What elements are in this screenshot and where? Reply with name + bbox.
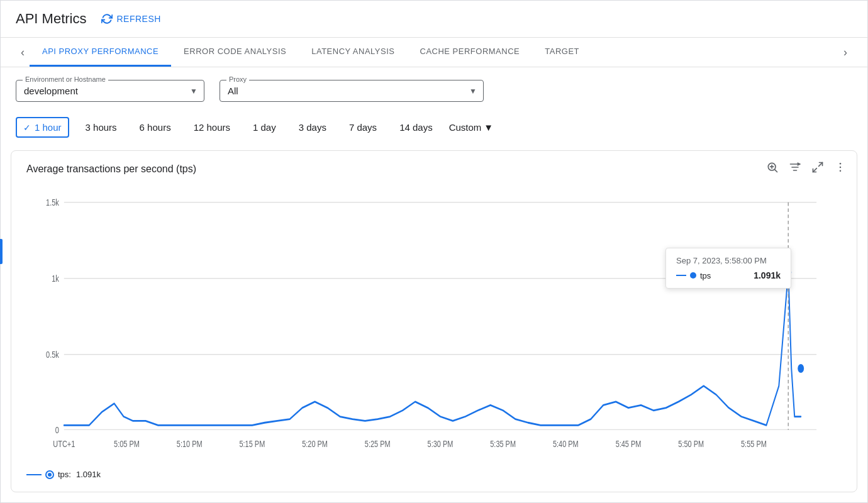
time-14days-button[interactable]: 14 days — [393, 118, 439, 136]
time-custom-button[interactable]: Custom ▼ — [449, 122, 494, 133]
refresh-label: REFRESH — [116, 14, 160, 24]
time-3hours-label: 3 hours — [86, 122, 117, 133]
time-custom-label: Custom — [449, 122, 482, 133]
header: API Metrics REFRESH — [1, 1, 867, 38]
check-icon: ✓ — [23, 123, 31, 133]
time-7days-label: 7 days — [349, 122, 377, 133]
time-14days-label: 14 days — [399, 122, 433, 133]
more-vert-icon[interactable] — [834, 161, 847, 174]
legend-metric: tps: — [58, 470, 71, 479]
time-3days-label: 3 days — [299, 122, 326, 133]
time-12hours-label: 12 hours — [194, 122, 230, 133]
svg-text:5:15 PM: 5:15 PM — [239, 438, 265, 449]
time-3days-button[interactable]: 3 days — [292, 118, 333, 136]
svg-point-11 — [840, 170, 842, 172]
svg-text:5:35 PM: 5:35 PM — [490, 438, 516, 449]
svg-text:5:10 PM: 5:10 PM — [177, 438, 203, 449]
time-1day-label: 1 day — [253, 122, 276, 133]
chart-dot-end — [798, 364, 804, 373]
tabs-next-button[interactable]: › — [838, 43, 852, 62]
time-6hours-button[interactable]: 6 hours — [133, 118, 177, 136]
svg-text:5:25 PM: 5:25 PM — [365, 438, 391, 449]
time-range-section: ✓ 1 hour 3 hours 6 hours 12 hours 1 day … — [1, 114, 867, 150]
proxy-select[interactable]: Proxy All ▼ — [220, 80, 484, 102]
environment-select[interactable]: Environment or Hostname development ▼ — [16, 80, 204, 102]
tabs-bar: ‹ API PROXY PERFORMANCE ERROR CODE ANALY… — [1, 38, 867, 67]
svg-point-9 — [840, 163, 842, 165]
svg-text:5:20 PM: 5:20 PM — [302, 438, 328, 449]
proxy-label: Proxy — [226, 75, 249, 83]
chart-area: 1.5k 1k 0.5k 0 UTC+1 5:05 PM 5:10 PM — [26, 185, 842, 465]
tab-cache-performance[interactable]: CACHE PERFORMANCE — [408, 38, 533, 67]
svg-line-7 — [819, 163, 823, 167]
legend-line-icon — [26, 474, 42, 475]
proxy-arrow-icon: ▼ — [469, 87, 477, 96]
svg-text:UTC+1: UTC+1 — [53, 438, 75, 449]
environment-arrow-icon: ▼ — [190, 87, 198, 96]
svg-text:5:05 PM: 5:05 PM — [114, 438, 140, 449]
svg-text:5:30 PM: 5:30 PM — [428, 438, 453, 449]
legend-dot-icon — [47, 472, 53, 478]
time-12hours-button[interactable]: 12 hours — [187, 118, 236, 136]
chart-legend: tps: 1.091k — [26, 470, 842, 479]
svg-text:1.5k: 1.5k — [46, 197, 59, 208]
proxy-value: All — [228, 86, 253, 96]
tab-error-code-analysis[interactable]: ERROR CODE ANALYSIS — [171, 38, 299, 67]
chart-line — [64, 272, 801, 425]
custom-arrow-icon: ▼ — [484, 122, 493, 133]
search-zoom-icon[interactable] — [766, 161, 779, 174]
chart-svg: 1.5k 1k 0.5k 0 UTC+1 5:05 PM 5:10 PM — [26, 185, 842, 465]
time-7days-button[interactable]: 7 days — [343, 118, 383, 136]
page-title: API Metrics — [16, 11, 86, 27]
svg-text:1k: 1k — [52, 274, 59, 284]
svg-point-10 — [840, 167, 842, 169]
svg-text:5:45 PM: 5:45 PM — [616, 438, 642, 449]
svg-line-1 — [775, 170, 777, 172]
fullscreen-icon[interactable] — [811, 161, 824, 174]
svg-text:0: 0 — [55, 424, 59, 435]
filter-lines-icon[interactable] — [789, 161, 801, 174]
environment-value: development — [24, 86, 93, 96]
svg-text:5:55 PM: 5:55 PM — [741, 438, 767, 449]
time-3hours-button[interactable]: 3 hours — [79, 118, 123, 136]
chart-dot-tooltip — [785, 268, 791, 277]
svg-text:0.5k: 0.5k — [46, 350, 59, 360]
tabs-list: API PROXY PERFORMANCE ERROR CODE ANALYSI… — [30, 38, 838, 67]
environment-label: Environment or Hostname — [23, 75, 108, 83]
tabs-prev-button[interactable]: ‹ — [16, 43, 30, 62]
chart-title: Average transactions per second (tps) — [26, 163, 842, 175]
svg-line-8 — [813, 169, 817, 172]
tab-target[interactable]: TARGET — [532, 38, 592, 67]
refresh-icon — [101, 13, 113, 25]
time-1hour-label: 1 hour — [35, 122, 62, 133]
tab-api-proxy-performance[interactable]: API PROXY PERFORMANCE — [30, 38, 171, 67]
time-1day-button[interactable]: 1 day — [247, 118, 282, 136]
filters-section: Environment or Hostname development ▼ Pr… — [1, 67, 867, 114]
chart-container: Average transactions per second (tps) — [11, 150, 857, 492]
chart-actions — [766, 161, 847, 174]
time-6hours-label: 6 hours — [140, 122, 171, 133]
refresh-button[interactable]: REFRESH — [101, 13, 160, 25]
time-1hour-button[interactable]: ✓ 1 hour — [16, 117, 69, 138]
tab-latency-analysis[interactable]: LATENCY ANALYSIS — [299, 38, 407, 67]
svg-text:5:40 PM: 5:40 PM — [553, 438, 579, 449]
legend-value: 1.091k — [76, 470, 101, 479]
svg-text:5:50 PM: 5:50 PM — [678, 438, 704, 449]
